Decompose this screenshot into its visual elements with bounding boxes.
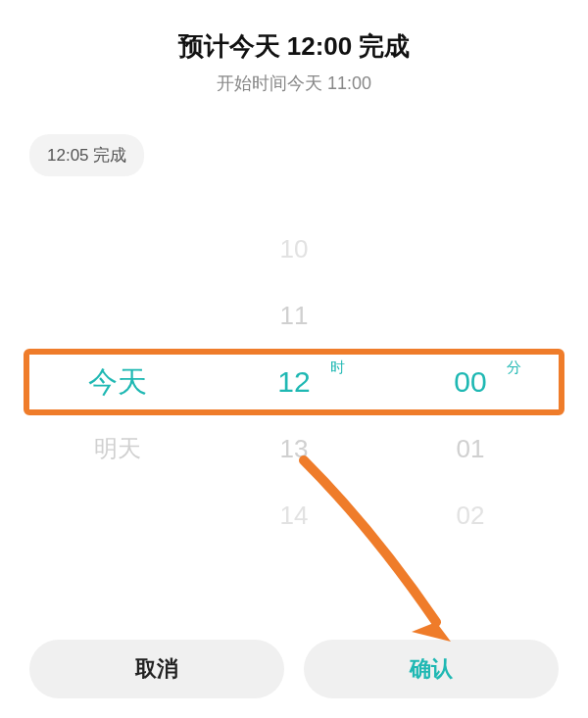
completion-chip[interactable]: 12:05 完成: [29, 134, 144, 176]
minute-option: 02: [382, 482, 559, 549]
day-option: 明天: [29, 415, 206, 482]
hour-option: 10: [206, 215, 382, 282]
dialog-title: 预计今天 12:00 完成: [29, 29, 559, 64]
header: 预计今天 12:00 完成 开始时间今天 11:00: [29, 29, 559, 95]
svg-marker-0: [412, 622, 451, 642]
hour-wheel[interactable]: 10 11 12 时 13 14: [206, 215, 382, 549]
footer-buttons: 取消 确认: [29, 640, 559, 698]
hour-option: 14: [206, 482, 382, 549]
dialog-subtitle: 开始时间今天 11:00: [29, 72, 559, 95]
minute-option: 01: [382, 415, 559, 482]
time-picker: 今天 明天 10 11 12 时 13: [29, 215, 559, 549]
minute-selected: 00 分: [382, 349, 559, 415]
hour-selected: 12 时: [206, 349, 382, 415]
confirm-button[interactable]: 确认: [304, 640, 559, 698]
hour-option: 11: [206, 282, 382, 349]
time-picker-dialog: 预计今天 12:00 完成 开始时间今天 11:00 12:05 完成 今天 明…: [0, 0, 588, 718]
minute-wheel[interactable]: 00 分 01 02: [382, 215, 559, 549]
completion-chip-label: 12:05 完成: [47, 146, 126, 165]
hour-option: 13: [206, 415, 382, 482]
day-selected: 今天: [29, 349, 206, 415]
hour-suffix: 时: [330, 359, 345, 377]
cancel-button[interactable]: 取消: [29, 640, 284, 698]
minute-suffix: 分: [507, 359, 521, 377]
day-wheel[interactable]: 今天 明天: [29, 215, 206, 549]
